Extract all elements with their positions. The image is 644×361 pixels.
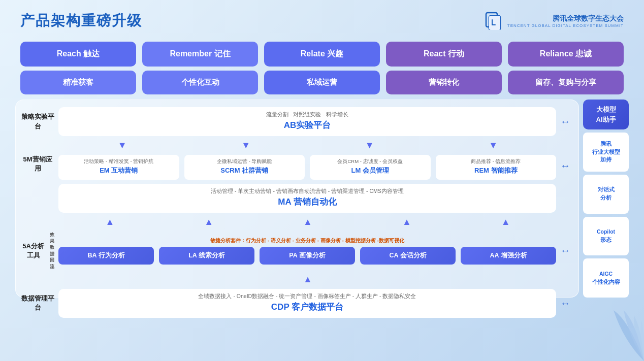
arrow-divider-1: ▼ ▼ ▼ ▼ xyxy=(20,140,571,151)
ab-arrow-right: ↔ xyxy=(559,116,571,127)
ab-row: 策略实验平台 流量分割 - 对照组实验 - 科学增长 AB实验平台 ↔ xyxy=(20,107,571,136)
em-card: 活动策略 - 精准发奖 - 营销护航 EM 互动营销 xyxy=(58,155,179,180)
ab-platform-box: 流量分割 - 对照组实验 - 科学增长 AB实验平台 xyxy=(58,107,556,136)
convert-button[interactable]: 营销转化 xyxy=(386,71,502,94)
scrm-card: 企微私域运营 - 导购赋能 SCRM 社群营销 xyxy=(184,155,305,180)
arrow-up-4: ▲ xyxy=(402,217,411,227)
cdp-box: 全域数据接入 - OneID数据融合 - 统一资产管理 - 画像标签生产 - 人… xyxy=(58,289,556,318)
arrow-up-1: ▲ xyxy=(105,217,114,227)
arrow-down-2: ▼ xyxy=(241,140,250,151)
dialog-label: 对话式分析 xyxy=(598,186,615,202)
logo-area: 腾讯全球数字生态大会 TENCENT GLOBAL DIGITAL ECOSYS… xyxy=(485,12,624,30)
decorative-fan xyxy=(583,310,644,361)
copilot-label: Copilot形态 xyxy=(597,228,615,244)
data-flow-label: 效果 数据 回流 xyxy=(48,232,55,270)
ab-body: 流量分割 - 对照组实验 - 科学增长 AB实验平台 xyxy=(58,107,556,136)
ma-wrapper: 活动管理 - 单次主动营销 - 营销画布自动流营销 - 营销渠道管理 - CMS… xyxy=(58,184,556,213)
react-button[interactable]: React 行动 xyxy=(386,42,502,67)
ma-box: 活动管理 - 单次主动营销 - 营销画布自动流营销 - 营销渠道管理 - CMS… xyxy=(58,184,556,213)
ai-top-label: 大模型AI助手 xyxy=(596,106,616,123)
ma-main: MA 营销自动化 xyxy=(67,196,548,208)
data-flow-1: 数据 xyxy=(48,244,55,257)
em-main: EM 互动营销 xyxy=(62,166,175,175)
cdp-main: CDP 客户数据平台 xyxy=(67,301,548,313)
cdp-body: 全域数据接入 - OneID数据融合 - 统一资产管理 - 画像标签生产 - 人… xyxy=(58,289,556,318)
em-small: 活动策略 - 精准发奖 - 营销护航 xyxy=(62,158,175,165)
fivea-row: 5A分析工具 效果 数据 回流 敏捷分析套件：行为分析 - 语义分析 - 业务分… xyxy=(20,232,571,270)
tencent-model-label: 腾讯行业大模型加持 xyxy=(592,140,620,164)
fivem-label: 5M营销应用 xyxy=(20,155,55,173)
logo-en: TENCENT GLOBAL DIGITAL ECOSYSTEM SUMMIT xyxy=(507,23,624,28)
scrm-main: SCRM 社群营销 xyxy=(188,166,301,175)
reliance-button[interactable]: Reliance 忠诚 xyxy=(508,42,624,67)
fivea-body: 敏捷分析套件：行为分析 - 语义分析 - 业务分析 - 画像分析 - 模型挖据分… xyxy=(58,237,556,265)
fivea-arrow-right: ↔ xyxy=(559,245,571,256)
data-flow-0: 效果 xyxy=(48,232,55,244)
remember-button[interactable]: Remember 记住 xyxy=(142,42,258,67)
relate-button[interactable]: Relate 兴趣 xyxy=(264,42,380,67)
arrow-divider-2: ▲ ▲ ▲ ▲ ▲ xyxy=(20,217,571,227)
la-card: LA 线索分析 xyxy=(159,247,254,265)
cdp-small: 全域数据接入 - OneID数据融合 - 统一资产管理 - 画像标签生产 - 人… xyxy=(67,293,548,300)
reach-button[interactable]: Reach 触达 xyxy=(20,42,136,67)
personal-button[interactable]: 个性化互动 xyxy=(142,71,258,94)
lm-card: 会员CRM - 忠诚度 - 会员权益 LM 会员管理 xyxy=(310,155,431,180)
lm-main: LM 会员管理 xyxy=(314,166,427,175)
ab-main-title: AB实验平台 xyxy=(67,119,548,131)
sidebar-dialog-analysis: 对话式分析 xyxy=(583,175,629,214)
sidebar-copilot: Copilot形态 xyxy=(583,217,629,256)
fivea-label: 5A分析工具 效果 数据 回流 xyxy=(20,232,55,270)
lm-small: 会员CRM - 忠诚度 - 会员权益 xyxy=(314,158,427,165)
top-buttons-row1: Reach 触达 Remember 记住 Relate 兴趣 React 行动 … xyxy=(0,42,644,67)
fivem-body: 活动策略 - 精准发奖 - 营销护航 EM 互动营销 企微私域运营 - 导购赋能… xyxy=(58,155,556,213)
private-button[interactable]: 私域运营 xyxy=(264,71,380,94)
tencent-logo-icon xyxy=(485,12,503,30)
fivea-sublabel: 敏捷分析套件：行为分析 - 语义分析 - 业务分析 - 画像分析 - 模型挖据分… xyxy=(58,237,556,244)
ai-top-card: 大模型AI助手 xyxy=(583,100,629,129)
cdp-row: 数据管理平台 全域数据接入 - OneID数据融合 - 统一资产管理 - 画像标… xyxy=(20,289,571,318)
fivea-cards: BA 行为分析 LA 线索分析 PA 画像分析 CA 会话分析 AA 增强分析 xyxy=(58,247,556,265)
arrow-down-4: ▼ xyxy=(489,140,498,151)
arrow-down-3: ▼ xyxy=(365,140,374,151)
ma-small: 活动管理 - 单次主动营销 - 营销画布自动流营销 - 营销渠道管理 - CMS… xyxy=(67,188,548,195)
precise-button[interactable]: 精准获客 xyxy=(20,71,136,94)
arrow-up-cdp: ▲ xyxy=(303,274,312,285)
retain-button[interactable]: 留存、复购与分享 xyxy=(508,71,624,94)
ab-small-desc: 流量分割 - 对照组实验 - 科学增长 xyxy=(67,111,548,118)
sidebar-aigc: AIGC个性化内容 xyxy=(583,258,629,298)
page-title: 产品架构重磅升级 xyxy=(20,11,142,30)
logo-cn: 腾讯全球数字生态大会 xyxy=(507,14,624,23)
fivem-cards: 活动策略 - 精准发奖 - 营销护航 EM 互动营销 企微私域运营 - 导购赋能… xyxy=(58,155,556,180)
fivem-arrow-right: ↔ xyxy=(559,155,571,172)
arrow-up-2: ▲ xyxy=(204,217,213,227)
arrow-divider-3: ▲ xyxy=(20,274,571,285)
data-flow-2: 回流 xyxy=(48,257,55,270)
strategy-label: 策略实验平台 xyxy=(20,112,55,130)
fivea-label-text: 5A分析工具 xyxy=(20,242,47,260)
ba-card: BA 行为分析 xyxy=(58,247,154,265)
sidebar-tencent-model: 腾讯行业大模型加持 xyxy=(583,133,629,172)
aa-card: AA 增强分析 xyxy=(461,247,556,265)
cdp-arrow-right: ↔ xyxy=(559,298,571,309)
pa-card: PA 画像分析 xyxy=(260,247,355,265)
main-diagram: 策略实验平台 流量分割 - 对照组实验 - 科学增长 AB实验平台 ↔ ▼ ▼ … xyxy=(15,100,579,298)
rem-card: 商品推荐 - 信息流推荐 REM 智能推荐 xyxy=(436,155,557,180)
rem-small: 商品推荐 - 信息流推荐 xyxy=(440,158,553,165)
arrow-down-1: ▼ xyxy=(118,140,127,151)
header: 产品架构重磅升级 腾讯全球数字生态大会 TENCENT GLOBAL DIGIT… xyxy=(0,0,644,36)
top-buttons-row2: 精准获客 个性化互动 私域运营 营销转化 留存、复购与分享 xyxy=(0,71,644,94)
svg-rect-2 xyxy=(489,16,500,30)
arrow-up-5: ▲ xyxy=(501,217,510,227)
scrm-small: 企微私域运营 - 导购赋能 xyxy=(188,158,301,165)
arrow-up-3: ▲ xyxy=(303,217,312,227)
logo-text: 腾讯全球数字生态大会 TENCENT GLOBAL DIGITAL ECOSYS… xyxy=(507,14,624,28)
right-sidebar: 大模型AI助手 腾讯行业大模型加持 对话式分析 Copilot形态 AIGC个性… xyxy=(583,100,629,298)
ca-card: CA 会话分析 xyxy=(360,247,456,265)
cdp-label: 数据管理平台 xyxy=(20,294,55,312)
fivem-row: 5M营销应用 活动策略 - 精准发奖 - 营销护航 EM 互动营销 企微私域运营… xyxy=(20,155,571,213)
aigc-label: AIGC个性化内容 xyxy=(592,270,620,286)
rem-main: REM 智能推荐 xyxy=(440,166,553,175)
